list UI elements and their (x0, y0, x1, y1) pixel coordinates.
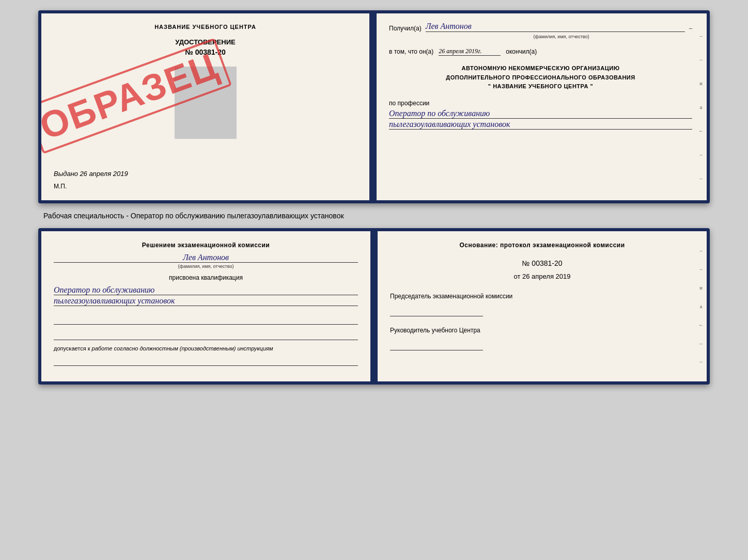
top-left-page: НАЗВАНИЕ УЧЕБНОГО ЦЕНТРА УДОСТОВЕРЕНИЕ №… (41, 13, 371, 200)
director-signature-line (390, 336, 483, 350)
spine-bottom (372, 231, 376, 381)
date-line: в том, что он(а) 26 апреля 2019г. окончи… (389, 47, 692, 56)
bottom-right-page: Основание: протокол экзаменационной коми… (376, 231, 707, 381)
issued-line: Выдано 26 апреля 2019 (54, 170, 357, 178)
top-diploma-book: НАЗВАНИЕ УЧЕБНОГО ЦЕНТРА УДОСТОВЕРЕНИЕ №… (38, 10, 710, 203)
cert-label: УДОСТОВЕРЕНИЕ (54, 38, 357, 46)
допуск-value: работе согласно должностным (производств… (92, 345, 273, 351)
osnov-header: Основание: протокол экзаменационной коми… (390, 242, 694, 249)
date-prefix: в том, что он(а) (389, 48, 433, 55)
profession-label: по профессии (389, 100, 692, 107)
org-line3: " НАЗВАНИЕ УЧЕБНОГО ЦЕНТРА " (389, 82, 692, 91)
blank-line2 (54, 330, 358, 340)
profession-value2: пылегазоулавливающих установок (389, 120, 692, 130)
protocol-number: № 00381-20 (390, 259, 694, 267)
chairman-signature-line (390, 302, 483, 316)
chairman-label: Председатель экзаменационной комиссии (390, 293, 694, 300)
recipient-name: Лев Антонов (426, 22, 685, 32)
recipient-dash: – (689, 24, 692, 32)
org-line2: ДОПОЛНИТЕЛЬНОГО ПРОФЕССИОНАЛЬНОГО ОБРАЗО… (389, 73, 692, 83)
photo-placeholder (175, 67, 237, 139)
bottom-diploma-book: Решением экзаменационной комиссии Лев Ан… (38, 228, 710, 385)
qual-value2: пылегазоулавливающих установок (54, 296, 358, 306)
decision-name: Лев Антонов (54, 253, 358, 263)
spine (371, 13, 375, 200)
protocol-date-value: 26 апреля 2019 (522, 273, 571, 280)
top-right-page: Получил(а) Лев Антонов – (фамилия, имя, … (375, 13, 707, 200)
protocol-date-prefix: от (513, 273, 520, 280)
fio-label-top: (фамилия, имя, отчество) (430, 34, 692, 39)
top-left-header: НАЗВАНИЕ УЧЕБНОГО ЦЕНТРА (54, 24, 357, 30)
допускается-text: допускается к работе согласно должностны… (54, 345, 358, 351)
org-line1: АВТОНОМНУЮ НЕКОММЕРЧЕСКУЮ ОРГАНИЗАЦИЮ (389, 64, 692, 73)
decision-header: Решением экзаменационной комиссии (54, 242, 358, 249)
side-dashes-bottom: – – и а ← – – (698, 231, 704, 381)
blank-line1 (54, 314, 358, 325)
certificate-container: НАЗВАНИЕ УЧЕБНОГО ЦЕНТРА УДОСТОВЕРЕНИЕ №… (38, 10, 710, 385)
protocol-date: от 26 апреля 2019 (390, 273, 694, 280)
side-dashes-top: – – и а ← – – (698, 13, 704, 200)
cert-number: № 00381-20 (54, 48, 357, 56)
допуск-prefix: допускается к (54, 345, 90, 351)
director-label: Руководитель учебного Центра (390, 327, 694, 334)
issued-date: 26 апреля 2019 (80, 170, 128, 178)
caption-text: Рабочая специальность - Оператор по обсл… (43, 212, 344, 220)
blank-line3 (54, 356, 358, 366)
profession-value1: Оператор по обслуживанию (389, 109, 692, 119)
mp-label: М.П. (54, 183, 357, 190)
recipient-line: Получил(а) Лев Антонов – (389, 22, 692, 32)
issued-prefix: Выдано (54, 170, 78, 178)
org-block: АВТОНОМНУЮ НЕКОММЕРЧЕСКУЮ ОРГАНИЗАЦИЮ ДО… (389, 64, 692, 91)
bottom-left-page: Решением экзаменационной комиссии Лев Ан… (41, 231, 372, 381)
qual-value1: Оператор по обслуживанию (54, 285, 358, 295)
finished-label: окончил(а) (506, 48, 537, 55)
fio-label-bottom: (фамилия, имя, отчество) (54, 264, 358, 269)
date-value: 26 апреля 2019г. (439, 47, 501, 56)
assigned-label: присвоена квалификация (54, 274, 358, 281)
recipient-label: Получил(а) (389, 25, 422, 32)
